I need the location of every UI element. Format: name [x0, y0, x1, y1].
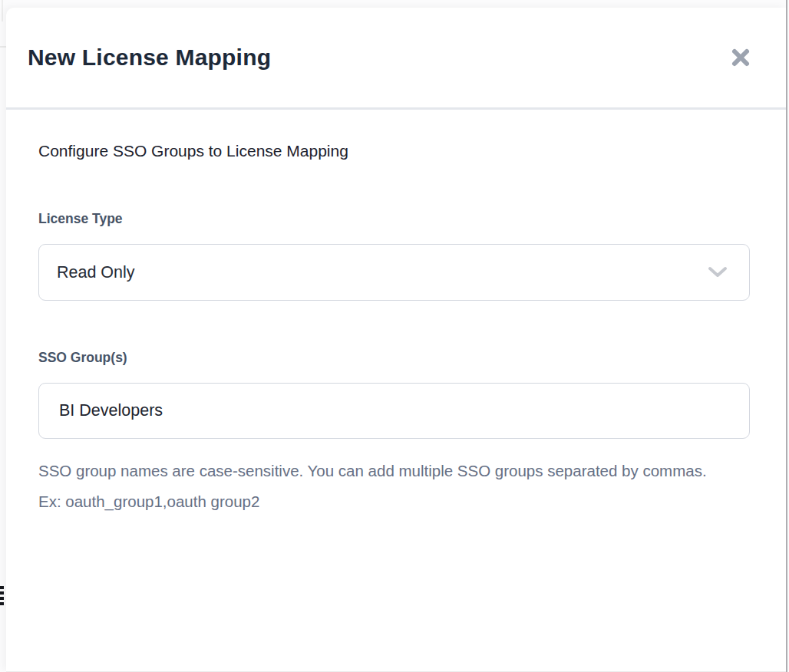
- sso-groups-label: SSO Group(s): [38, 350, 750, 366]
- modal-subtitle: Configure SSO Groups to License Mapping: [38, 142, 750, 160]
- menu-lines-artifact: [0, 586, 4, 605]
- modal-body: Configure SSO Groups to License Mapping …: [6, 142, 786, 517]
- modal-title: New License Mapping: [28, 44, 271, 71]
- background-edge-line: [2, 0, 3, 21]
- close-button[interactable]: [729, 46, 752, 69]
- license-type-select[interactable]: Read Only: [38, 244, 750, 301]
- modal-header: New License Mapping: [6, 8, 786, 110]
- background-divider-artifact: [0, 46, 6, 48]
- chevron-down-icon: [708, 266, 728, 278]
- license-type-selected-value: Read Only: [57, 263, 135, 282]
- new-license-mapping-modal: New License Mapping Configure SSO Groups…: [6, 8, 786, 672]
- sso-groups-help: SSO group names are case-sensitive. You …: [38, 456, 714, 517]
- close-icon: [731, 48, 751, 68]
- window-right-edge: [786, 0, 787, 672]
- sso-groups-input[interactable]: [38, 383, 750, 439]
- license-type-label: License Type: [38, 211, 750, 227]
